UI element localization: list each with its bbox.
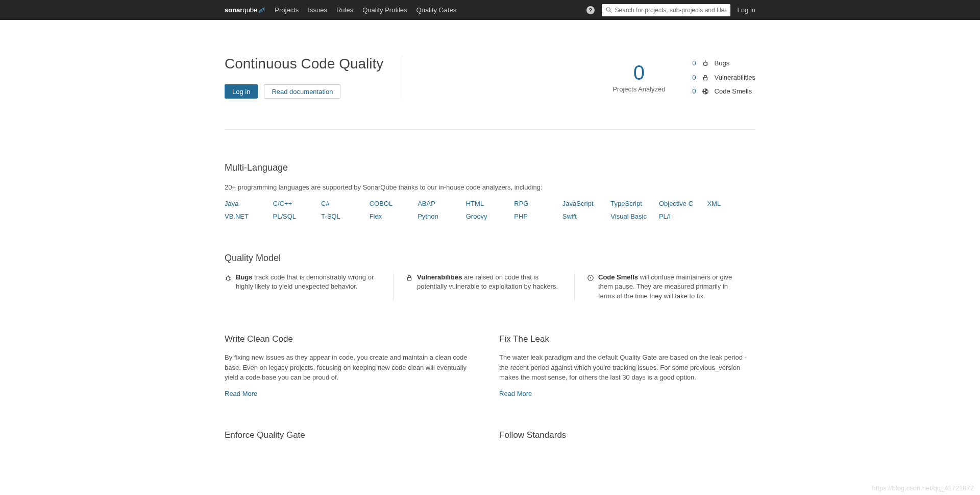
lang-link[interactable]: T-SQL [321,213,370,220]
nav-item-quality-profiles[interactable]: Quality Profiles [362,6,407,14]
metric-smells-count: 0 [690,87,696,95]
metric-bugs-count: 0 [690,59,696,67]
two-col-1: Write Clean Code By fixing new issues as… [225,301,755,397]
bug-icon [225,273,232,292]
metric-vulns: 0 Vulnerabilities [690,73,755,81]
lang-grid: Java C/C++ C# COBOL ABAP HTML RPG JavaSc… [225,200,755,220]
projects-analyzed: 0 Projects Analyzed [612,61,665,93]
login-button[interactable]: Log in [225,84,258,99]
multilang-intro: 20+ programming languages are supported … [225,182,755,193]
lock-icon [406,273,413,292]
search-box [602,4,730,16]
lang-link[interactable]: TypeScript [610,200,659,207]
multilang-heading: Multi-Language [225,162,755,173]
lock-icon [701,73,709,81]
lang-link[interactable]: Java [225,200,273,207]
read-docs-button[interactable]: Read documentation [264,84,340,99]
qm-vulns: Vulnerabilities are raised on code that … [393,273,574,302]
hero-left: Continuous Code Quality Log in Read docu… [225,56,402,99]
qm-vulns-text: Vulnerabilities are raised on code that … [417,273,562,292]
two-col-2: Enforce Quality Gate Follow Standards [225,397,755,449]
metrics-col: 0 Bugs 0 Vulnerabilities 0 [690,59,755,96]
search-input[interactable] [602,4,730,16]
svg-point-2 [703,62,707,66]
metric-vulns-label: Vulnerabilities [715,74,755,81]
qm-smells: Code Smells will confuse maintainers or … [574,273,755,302]
logo-text-b: qube [242,6,257,14]
clean-code-read-more[interactable]: Read More [225,390,257,397]
fix-leak-body: The water leak paradigm and the default … [499,352,755,383]
login-link-top[interactable]: Log in [738,6,755,14]
lang-link[interactable]: C/C++ [273,200,322,207]
projects-label: Projects Analyzed [612,85,665,93]
hero: Continuous Code Quality Log in Read docu… [225,20,755,130]
col-follow-std: Follow Standards [499,430,755,449]
hero-actions: Log in Read documentation [225,84,383,99]
nav-inner: sonarqube Projects Issues Rules Quality … [225,4,755,16]
bug-icon [701,59,709,67]
clean-code-heading: Write Clean Code [225,334,481,344]
col-clean-code: Write Clean Code By fixing new issues as… [225,334,481,397]
section-quality-model: Quality Model Bugs track code that is de… [225,220,755,302]
quality-model-row: Bugs track code that is demonstrably wro… [225,273,755,302]
lang-link[interactable]: PL/I [659,213,707,220]
nav-links: Projects Issues Rules Quality Profiles Q… [275,6,456,14]
hero-right: 0 Projects Analyzed 0 Bugs 0 Vulnerabili… [402,59,755,96]
lang-link[interactable]: VB.NET [225,213,273,220]
page-body: Continuous Code Quality Log in Read docu… [225,20,755,469]
col-enforce-qg: Enforce Quality Gate [225,430,481,449]
qm-bugs: Bugs track code that is demonstrably wro… [225,273,393,302]
nav-right: ? Log in [586,4,755,16]
projects-count: 0 [612,61,665,84]
lang-link[interactable]: RPG [514,200,562,207]
lang-link[interactable]: Visual Basic [610,213,659,220]
logo[interactable]: sonarqube [225,6,265,14]
nav-item-rules[interactable]: Rules [336,6,353,14]
lang-link[interactable]: XML [707,200,755,207]
metric-vulns-count: 0 [690,74,696,81]
col-fix-leak: Fix The Leak The water leak paradigm and… [499,334,755,397]
lang-link[interactable]: JavaScript [562,200,611,207]
metric-bugs-label: Bugs [715,59,730,67]
nav-item-projects[interactable]: Projects [275,6,299,14]
fix-leak-read-more[interactable]: Read More [499,390,532,397]
svg-point-19 [590,277,591,278]
svg-point-11 [227,277,230,280]
lang-link[interactable]: PHP [514,213,562,220]
section-multilang: Multi-Language 20+ programming languages… [225,130,755,220]
logo-text-a: sonar [225,6,242,14]
page-title: Continuous Code Quality [225,56,383,72]
nav-item-issues[interactable]: Issues [308,6,327,14]
enforce-qg-heading: Enforce Quality Gate [225,430,481,440]
quality-model-heading: Quality Model [225,253,755,264]
watermark: https://blog.csdn.net/qq_41721872 [872,484,974,492]
help-icon[interactable]: ? [586,6,595,14]
lang-link[interactable]: Groovy [466,213,514,220]
lang-link[interactable]: HTML [466,200,514,207]
radiation-icon [701,87,709,96]
fix-leak-heading: Fix The Leak [499,334,755,344]
qm-bugs-text: Bugs track code that is demonstrably wro… [236,273,381,292]
metric-smells-label: Code Smells [715,87,752,95]
lang-link[interactable]: ABAP [418,200,466,207]
metric-smells: 0 Code Smells [690,87,755,96]
radiation-icon [587,273,594,302]
svg-rect-17 [408,277,411,280]
lang-link[interactable]: Python [418,213,466,220]
lang-link[interactable]: Swift [562,213,611,220]
lang-link[interactable]: Objective C [659,200,707,207]
svg-rect-8 [703,77,707,80]
follow-std-heading: Follow Standards [499,430,755,440]
qm-smells-text: Code Smells will confuse maintainers or … [598,273,743,302]
lang-link[interactable]: COBOL [370,200,418,207]
lang-link[interactable]: Flex [370,213,418,220]
logo-waves-icon [258,6,265,14]
lang-link[interactable]: PL/SQL [273,213,322,220]
metric-bugs: 0 Bugs [690,59,755,67]
lang-link[interactable]: C# [321,200,370,207]
clean-code-body: By fixing new issues as they appear in c… [225,352,481,383]
global-nav: sonarqube Projects Issues Rules Quality … [0,0,980,20]
nav-item-quality-gates[interactable]: Quality Gates [416,6,457,14]
